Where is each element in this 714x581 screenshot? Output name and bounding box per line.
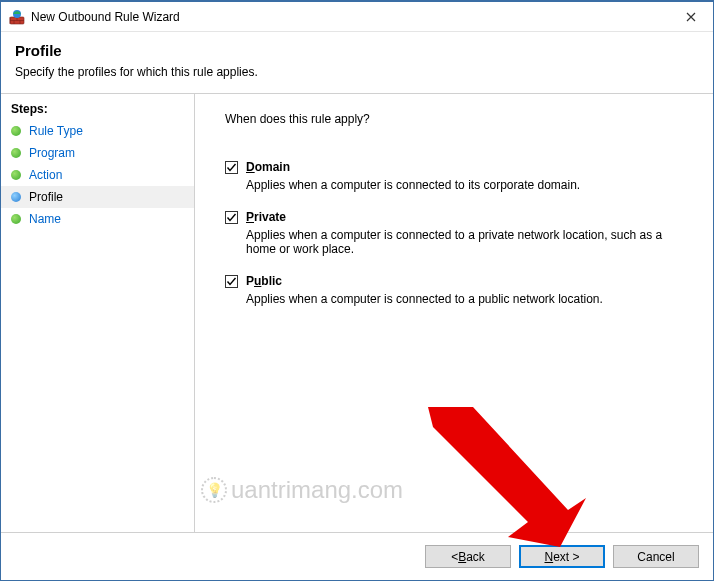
window-title: New Outbound Rule Wizard <box>31 10 668 24</box>
step-profile[interactable]: Profile <box>1 186 194 208</box>
wizard-footer: < Back Next > Cancel <box>1 532 713 580</box>
wizard-body: Steps: Rule Type Program Action Profile … <box>1 94 713 532</box>
step-name[interactable]: Name <box>1 208 194 230</box>
check-icon <box>226 212 237 223</box>
option-desc: Applies when a computer is connected to … <box>246 228 676 256</box>
steps-label: Steps: <box>1 102 194 120</box>
bullet-icon <box>11 148 21 158</box>
step-label: Name <box>29 212 61 226</box>
option-label: Private <box>246 210 286 224</box>
back-button[interactable]: < Back <box>425 545 511 568</box>
check-icon <box>226 162 237 173</box>
close-icon <box>686 12 696 22</box>
step-label: Action <box>29 168 62 182</box>
step-action[interactable]: Action <box>1 164 194 186</box>
option-domain: Domain Applies when a computer is connec… <box>225 160 693 192</box>
bullet-icon <box>11 170 21 180</box>
bullet-icon <box>11 126 21 136</box>
step-program[interactable]: Program <box>1 142 194 164</box>
step-rule-type[interactable]: Rule Type <box>1 120 194 142</box>
option-desc: Applies when a computer is connected to … <box>246 292 676 306</box>
option-label: Domain <box>246 160 290 174</box>
titlebar: New Outbound Rule Wizard <box>1 2 713 32</box>
firewall-icon <box>9 9 25 25</box>
option-label: Public <box>246 274 282 288</box>
steps-sidebar: Steps: Rule Type Program Action Profile … <box>1 94 195 532</box>
close-button[interactable] <box>668 2 713 31</box>
content-pane: When does this rule apply? Domain Applie… <box>195 94 713 532</box>
step-label: Rule Type <box>29 124 83 138</box>
checkbox-private[interactable] <box>225 211 238 224</box>
checkbox-domain[interactable] <box>225 161 238 174</box>
page-heading: Profile <box>15 42 699 59</box>
page-subheading: Specify the profiles for which this rule… <box>15 65 699 79</box>
question-text: When does this rule apply? <box>225 112 693 126</box>
step-label: Profile <box>29 190 63 204</box>
option-public: Public Applies when a computer is connec… <box>225 274 693 306</box>
next-button[interactable]: Next > <box>519 545 605 568</box>
cancel-button[interactable]: Cancel <box>613 545 699 568</box>
option-private: Private Applies when a computer is conne… <box>225 210 693 256</box>
option-desc: Applies when a computer is connected to … <box>246 178 676 192</box>
checkbox-public[interactable] <box>225 275 238 288</box>
wizard-header: Profile Specify the profiles for which t… <box>1 32 713 94</box>
step-label: Program <box>29 146 75 160</box>
wizard-window: New Outbound Rule Wizard Profile Specify… <box>0 0 714 581</box>
bullet-icon <box>11 214 21 224</box>
check-icon <box>226 276 237 287</box>
bullet-icon <box>11 192 21 202</box>
